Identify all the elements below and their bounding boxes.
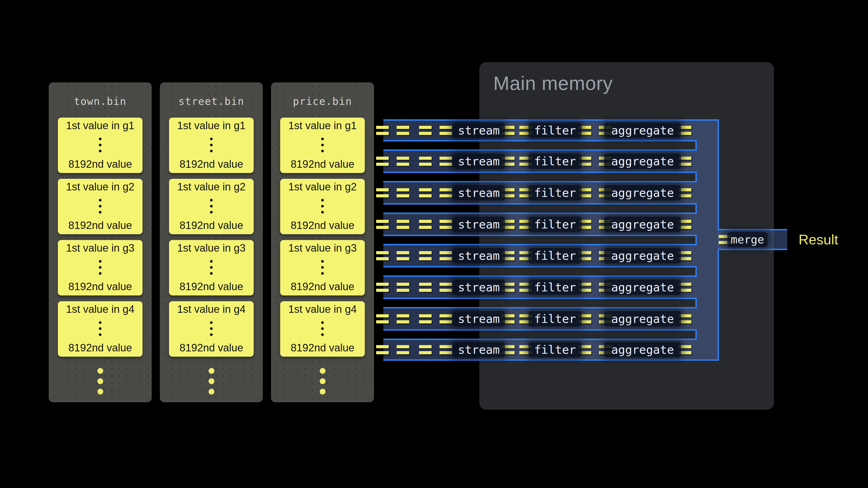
group-last-value-label: 8192nd value [290,341,354,354]
pipeline-lane: streamfilteraggregate [383,245,697,266]
flow-dash-icon [376,345,389,354]
main-memory-title: Main memory [493,72,613,94]
file-name: price.bin [271,92,374,111]
flow-dash-icon [419,220,432,229]
lane-gap [383,298,697,308]
value-group-box: 1st value in g38192nd value [169,240,254,295]
stage-chip-aggregate: aggregate [604,217,681,232]
ellipsis-dots-icon [321,138,324,152]
flow-dash-icon [419,188,432,197]
ellipsis-dots-icon [99,138,101,152]
ellipsis-dots-icon [210,138,213,152]
stage-chip-aggregate: aggregate [604,123,681,138]
group-last-value-label: 8192nd value [290,158,354,171]
merge-band: merge [718,229,787,250]
lane-gap [383,266,697,277]
pipeline-lane: streamfilteraggregate [383,340,697,361]
group-last-value-label: 8192nd value [179,158,243,171]
ellipsis-dots-icon [321,199,324,214]
flow-dash-icon [397,251,409,260]
group-first-value-label: 1st value in g4 [288,303,357,316]
lane-gap [383,329,697,340]
value-group-box: 1st value in g38192nd value [280,240,365,295]
file-column-price.bin: price.bin1st value in g18192nd value1st … [271,83,374,402]
flow-dash-icon [397,220,409,229]
ellipsis-dots-icon [210,260,213,275]
stage-chip-aggregate: aggregate [604,280,681,295]
group-last-value-label: 8192nd value [179,219,243,232]
group-first-value-label: 1st value in g2 [177,180,246,193]
stage-chip-stream: stream [453,217,505,232]
group-first-value-label: 1st value in g3 [288,241,357,255]
flow-dash-icon [439,345,452,354]
group-first-value-label: 1st value in g3 [177,241,246,255]
stage-chip-filter: filter [528,248,582,263]
value-group-box: 1st value in g28192nd value [58,179,143,234]
group-first-value-label: 1st value in g4 [66,303,134,316]
flow-dash-icon [419,283,432,292]
group-first-value-label: 1st value in g1 [177,119,246,132]
stage-chip-aggregate: aggregate [604,248,681,263]
group-last-value-label: 8192nd value [68,280,132,293]
ellipsis-dots-icon [99,199,101,214]
stage-chip-filter: filter [528,342,582,357]
file-name: street.bin [160,92,263,111]
group-last-value-label: 8192nd value [179,280,243,293]
group-first-value-label: 1st value in g1 [288,119,357,132]
flow-dash-icon [439,251,452,260]
stage-chip-aggregate: aggregate [604,311,681,327]
flow-dash-icon [439,188,452,197]
stage-chip-stream: stream [453,280,505,295]
group-last-value-label: 8192nd value [68,219,132,232]
ellipsis-dots-icon [321,260,324,275]
value-group-box: 1st value in g48192nd value [280,301,365,357]
stage-chip-filter: filter [528,217,582,232]
value-group-box: 1st value in g38192nd value [58,240,143,295]
file-column-street.bin: street.bin1st value in g18192nd value1st… [160,83,263,402]
pipeline-lane: streamfilteraggregate [383,183,697,203]
value-group-box: 1st value in g28192nd value [280,179,365,234]
flow-dash-icon [419,157,432,166]
pipeline-lane: streamfilteraggregate [383,151,697,171]
flow-dash-icon [376,188,389,197]
group-first-value-label: 1st value in g2 [288,180,357,193]
stage-chip-filter: filter [528,280,582,295]
collector-top [697,119,719,229]
stage-chip-stream: stream [453,185,505,200]
stage-chip-filter: filter [528,123,582,138]
stage-chip-stream: stream [453,311,505,327]
group-last-value-label: 8192nd value [290,219,354,232]
flow-dash-icon [439,314,452,323]
flow-dash-icon [376,314,389,323]
ellipsis-dots-icon [321,321,324,336]
stage-chip-stream: stream [453,342,505,357]
group-first-value-label: 1st value in g2 [66,180,134,193]
pipeline-lane: streamfilteraggregate [383,308,697,329]
file-name: town.bin [49,92,152,111]
value-group-box: 1st value in g18192nd value [280,118,365,173]
more-groups-dots-icon [160,368,263,394]
flow-dash-icon [397,345,409,354]
ellipsis-dots-icon [99,321,101,336]
group-last-value-label: 8192nd value [179,341,243,354]
value-group-box: 1st value in g18192nd value [169,118,254,173]
collector-bottom [697,250,719,361]
more-groups-dots-icon [271,368,374,394]
group-first-value-label: 1st value in g4 [177,303,246,316]
pipeline-lane: streamfilteraggregate [383,119,697,140]
flow-dash-icon [419,345,432,354]
result-label: Result [799,232,838,247]
flow-dash-icon [376,251,389,260]
group-last-value-label: 8192nd value [68,158,132,171]
value-group-box: 1st value in g18192nd value [58,118,143,173]
flow-dash-icon [439,126,452,135]
group-first-value-label: 1st value in g1 [66,119,134,132]
more-groups-dots-icon [49,368,152,394]
stage-chip-aggregate: aggregate [604,154,681,169]
value-group-box: 1st value in g48192nd value [169,301,254,357]
flow-dash-icon [397,126,409,135]
diagram-stage: Main memory town.bin1st value in g18192n… [0,0,868,488]
stage-chip-stream: stream [453,123,505,138]
flow-dash-icon [397,314,409,323]
stage-chip-aggregate: aggregate [604,342,681,357]
